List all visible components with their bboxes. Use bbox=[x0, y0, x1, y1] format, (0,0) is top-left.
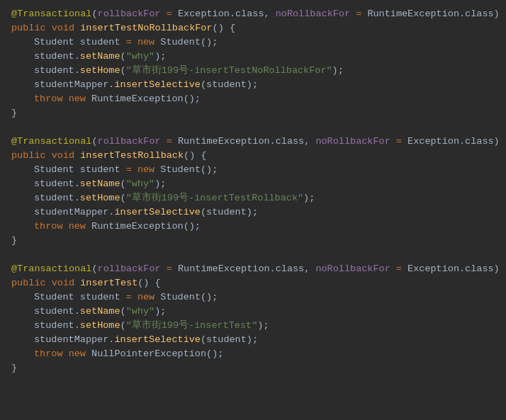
code-line: throw new RuntimeException(); bbox=[0, 92, 506, 106]
code-line: student.setName("why"); bbox=[0, 177, 506, 191]
code-line: throw new RuntimeException(); bbox=[0, 220, 506, 234]
code-line: throw new NullPointerException(); bbox=[0, 347, 506, 361]
code-line: @Transactional(rollbackFor = RuntimeExce… bbox=[0, 135, 506, 149]
code-line: public void insertTestRollback() { bbox=[0, 149, 506, 163]
code-line: studentMapper.insertSelective(student); bbox=[0, 333, 506, 347]
code-line: Student student = new Student(); bbox=[0, 163, 506, 177]
code-line: student.setHome("草市街199号-insertTestNoRol… bbox=[0, 64, 506, 78]
code-line: student.setHome("草市街199号-insertTestRollb… bbox=[0, 191, 506, 205]
code-line: student.setHome("草市街199号-insertTest"); bbox=[0, 319, 506, 333]
code-editor: @Transactional(rollbackFor = Exception.c… bbox=[0, 0, 506, 382]
code-line: studentMapper.insertSelective(student); bbox=[0, 78, 506, 92]
code-line: student.setName("why"); bbox=[0, 50, 506, 64]
code-line: public void insertTest() { bbox=[0, 276, 506, 290]
code-line: @Transactional(rollbackFor = RuntimeExce… bbox=[0, 262, 506, 276]
code-line: public void insertTestNoRollbackFor() { bbox=[0, 21, 506, 35]
code-line: @Transactional(rollbackFor = Exception.c… bbox=[0, 7, 506, 21]
code-line: Student student = new Student(); bbox=[0, 290, 506, 305]
code-line: } bbox=[0, 234, 506, 248]
code-line: student.setName("why"); bbox=[0, 305, 506, 319]
code-line: Student student = new Student(); bbox=[0, 35, 506, 50]
code-line: } bbox=[0, 361, 506, 375]
code-line: studentMapper.insertSelective(student); bbox=[0, 205, 506, 220]
code-line: } bbox=[0, 106, 506, 120]
